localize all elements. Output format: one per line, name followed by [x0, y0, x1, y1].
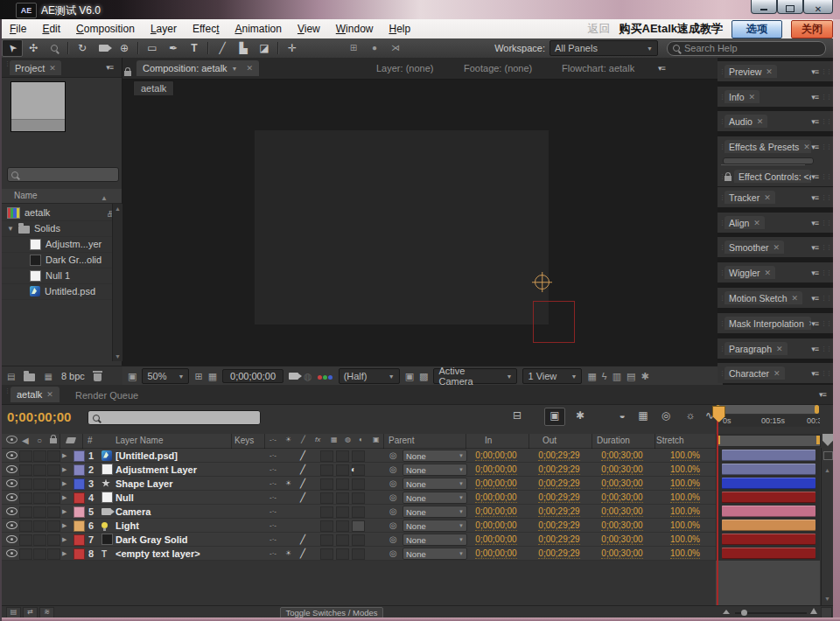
frame-blending-icon[interactable]: ▦ [634, 408, 653, 424]
project-item-solids[interactable]: ▼Solids [2, 220, 117, 237]
collapse-switch[interactable]: -·- [270, 450, 276, 461]
minimize-button[interactable] [751, 0, 777, 14]
twirl-right-icon[interactable]: ▶ [62, 464, 66, 475]
out-column-label[interactable]: Out [542, 436, 556, 445]
switch-cell[interactable] [336, 478, 349, 490]
always-preview-icon[interactable]: ▣ [128, 371, 136, 382]
collapse-switch[interactable]: -·- [270, 548, 276, 559]
layer-stretch-value[interactable]: 100.0% [656, 548, 714, 559]
camera-tool[interactable] [93, 40, 114, 56]
eye-icon[interactable] [6, 436, 18, 445]
parent-dropdown[interactable]: None▼ [402, 548, 467, 560]
av-feature-cell[interactable] [47, 450, 60, 462]
sun-switch[interactable]: ☀ [285, 478, 291, 489]
layer-in-value[interactable]: 0;00;00;00 [467, 450, 525, 461]
window-close-button[interactable]: ✕ [803, 0, 833, 14]
twirl-right-icon[interactable]: ▶ [62, 548, 66, 559]
close-icon[interactable]: ✕ [765, 269, 772, 277]
parent-dropdown[interactable]: None▼ [402, 520, 467, 532]
viewer-timecode[interactable]: 0;00;00;00 [222, 369, 284, 383]
panel-gripper[interactable]: ⋮⋮ [821, 120, 831, 123]
bit-depth-label[interactable]: 8 bpc [61, 371, 85, 381]
layer-duration-value[interactable]: 0;00;30;00 [593, 520, 651, 531]
selection-tool[interactable]: ➤ [2, 39, 23, 57]
panel-gripper[interactable]: ⋮⋮ [719, 196, 723, 199]
tab-effects-presets[interactable]: Effects & Presets✕ [724, 140, 811, 153]
layer-name-column-label[interactable]: Layer Name [116, 436, 163, 445]
parent-dropdown[interactable]: None▼ [402, 506, 467, 518]
rotate-tool[interactable]: ↻ [72, 40, 93, 56]
panel-menu-icon[interactable]: ▾≡ [811, 294, 818, 303]
menu-edit[interactable]: Edit [34, 23, 68, 35]
layer-out-value[interactable]: 0;00;29;29 [530, 478, 588, 489]
puppet-pin-tool[interactable]: ✛ [282, 40, 303, 56]
quality-switch[interactable]: ╱ [300, 478, 305, 489]
camera-view-dropdown[interactable]: Active Camera▼ [433, 368, 517, 384]
scroll-up-icon[interactable]: ▲ [115, 206, 121, 212]
tab-timeline-aetalk[interactable]: aetalk ✕ [10, 387, 60, 402]
panel-gripper[interactable]: ⋮⋮ [719, 145, 723, 149]
pickwhip-icon[interactable]: ◎ [389, 492, 397, 503]
menu-file[interactable]: File [2, 23, 34, 35]
parent-dropdown[interactable]: None▼ [402, 492, 467, 504]
menu-animation[interactable]: Animation [227, 23, 289, 35]
panel-gripper[interactable]: ⋮⋮ [719, 175, 723, 178]
show-snapshot-icon[interactable]: ◍ [304, 371, 312, 382]
close-icon[interactable]: ✕ [764, 193, 771, 202]
tab-layer[interactable]: Layer: (none) [376, 63, 433, 73]
panel-menu-icon[interactable]: ▾≡ [819, 390, 826, 399]
switch-cell[interactable] [320, 520, 333, 532]
panel-gripper[interactable]: ⋮⋮ [821, 70, 831, 73]
layer-out-value[interactable]: 0;00;29;29 [530, 548, 588, 559]
time-ruler[interactable]: 0s 00:15s 00:30 [716, 415, 820, 427]
local-axis-mode-icon[interactable]: ⊞ [343, 40, 364, 56]
av-feature-cell[interactable] [19, 464, 32, 476]
layer-duration-value[interactable]: 0;00;30;00 [593, 534, 651, 545]
switch-cell[interactable] [352, 478, 365, 490]
twirl-right-icon[interactable]: ▶ [62, 492, 66, 503]
pickwhip-icon[interactable]: ◎ [389, 464, 397, 475]
layer-out-value[interactable]: 0;00;29;29 [530, 506, 588, 517]
timeline-scrollbar[interactable]: ▲ ▼ [821, 448, 834, 605]
quality-switch[interactable]: ╱ [300, 464, 305, 475]
menu-composition[interactable]: Composition [68, 23, 143, 35]
panel-gripper[interactable]: ⋮⋮ [719, 322, 723, 325]
switch-cell[interactable] [352, 520, 365, 532]
layer-stretch-value[interactable]: 100.0% [656, 450, 714, 461]
av-feature-cell[interactable] [19, 506, 32, 518]
layer-name[interactable]: Adjustment Layer [116, 464, 197, 475]
close-icon[interactable]: ✕ [749, 93, 756, 101]
collapse-switch[interactable]: -·- [270, 464, 276, 475]
eye-icon[interactable] [6, 534, 18, 545]
audio-icon[interactable]: ◀ [22, 436, 29, 445]
panel-menu-icon[interactable]: ▾≡ [811, 117, 818, 126]
layer-row-3[interactable]: ▶3Shape Layer-·-☀╱◎None▼0;00;00;000;00;2… [2, 477, 716, 491]
eye-icon[interactable] [6, 450, 18, 461]
tab-motion-sketch[interactable]: Motion Sketch✕ [724, 291, 802, 304]
layer-duration-bar[interactable] [722, 506, 816, 517]
tab-project[interactable]: Project ✕ [10, 60, 61, 75]
layer-label-chip[interactable] [74, 548, 85, 560]
switch-cell[interactable] [352, 548, 365, 560]
panel-gripper[interactable]: ⋮⋮ [821, 175, 831, 178]
layer-in-value[interactable]: 0;00;00;00 [467, 478, 525, 489]
pan-behind-tool[interactable]: ⊕ [114, 40, 135, 56]
type-tool[interactable]: T [184, 40, 205, 56]
panel-menu-icon[interactable]: ▾≡ [811, 219, 818, 227]
layer-duration-bar[interactable] [722, 464, 816, 475]
layer-name[interactable]: Light [116, 520, 139, 531]
tab-align[interactable]: Align✕ [724, 216, 765, 229]
layer-stretch-value[interactable]: 100.0% [656, 520, 714, 531]
av-feature-cell[interactable] [47, 464, 60, 476]
shape-tool[interactable]: ▭ [142, 40, 163, 56]
zoom-slider-thumb[interactable] [741, 610, 747, 616]
composition-canvas[interactable] [255, 130, 549, 324]
switch-cell[interactable] [320, 478, 333, 490]
transparency-grid-icon[interactable]: ▩ [419, 371, 428, 382]
panel-menu-icon[interactable]: ▾≡ [811, 345, 818, 353]
layer-duration-value[interactable]: 0;00;30;00 [593, 506, 651, 517]
layer-row-7[interactable]: ▶7Dark Gray Solid-·-╱◎None▼0;00;00;000;0… [2, 533, 716, 547]
layer-duration-value[interactable]: 0;00;30;00 [593, 492, 651, 503]
magnification-dropdown[interactable]: 50%▼ [142, 368, 189, 384]
layer-duration-value[interactable]: 0;00;30;00 [593, 464, 651, 475]
